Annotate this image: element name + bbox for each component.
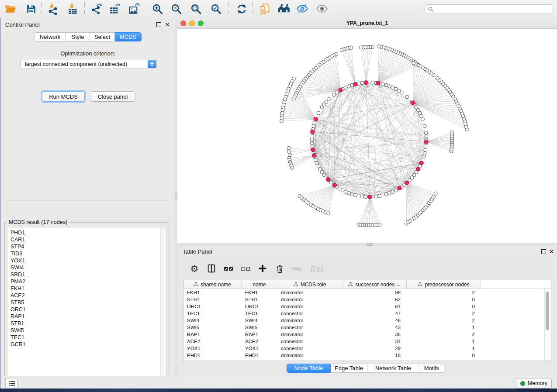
mcds-panel: Optimization criterion: largest connecte… xyxy=(3,42,172,201)
tab-style[interactable]: Style xyxy=(66,32,90,41)
search-input[interactable] xyxy=(436,6,550,13)
column-header-predecessor-nodes[interactable]: predecessor nodes xyxy=(407,280,481,289)
desktop-edge xyxy=(0,18,1,389)
tab-edge-table[interactable]: Edge Table xyxy=(331,364,367,373)
table-cell: connector xyxy=(277,325,343,330)
table-cell: YOX1 xyxy=(183,346,242,351)
table-row[interactable]: RAP1RAP1dominator352 xyxy=(183,331,551,338)
table-row[interactable]: PHD1PHD1dominator180 xyxy=(183,352,551,359)
hide-selected-button[interactable] xyxy=(294,1,310,16)
table-cell: 2 xyxy=(407,311,481,316)
select-all-icon xyxy=(223,263,234,274)
network-canvas[interactable] xyxy=(177,29,557,243)
close-panel-icon[interactable]: ✕ xyxy=(549,249,554,254)
list-item[interactable]: STP4 xyxy=(7,243,166,250)
refresh-view-button[interactable] xyxy=(234,1,249,16)
show-columns-button[interactable] xyxy=(204,261,218,275)
settings-gear-button[interactable]: ⚙ xyxy=(187,261,201,275)
tab-motifs[interactable]: Motifs xyxy=(419,364,444,373)
column-header-successor-nodes[interactable]: successor nodes ⌄ xyxy=(343,280,407,289)
list-scrollbar[interactable] xyxy=(160,227,166,380)
table-row[interactable]: YOX1YOX1connector291 xyxy=(183,345,551,352)
table-row[interactable]: SWI4SWI4dominator462 xyxy=(183,317,551,324)
clone-network-button[interactable] xyxy=(257,1,273,16)
import-network-button[interactable] xyxy=(45,1,60,16)
export-table-icon xyxy=(109,3,121,15)
column-header-shared-name[interactable]: shared name xyxy=(183,280,242,289)
run-mcds-button[interactable]: Run MCDS xyxy=(42,91,85,102)
table-row[interactable]: FKH1FKH1dominator962 xyxy=(183,289,551,296)
list-item[interactable]: RAP1 xyxy=(7,313,166,320)
list-item[interactable]: STB5 xyxy=(7,299,166,306)
list-item[interactable]: TID3 xyxy=(7,250,166,257)
list-item[interactable]: YOX1 xyxy=(7,257,166,264)
show-all-button[interactable] xyxy=(314,1,330,16)
list-item[interactable]: PMA2 xyxy=(7,278,166,285)
list-item[interactable]: TEC1 xyxy=(7,334,166,341)
export-network-icon xyxy=(90,3,102,15)
zoom-selected-button[interactable] xyxy=(208,1,224,16)
criterion-value: largest connected component (undirected) xyxy=(25,61,148,67)
list-item[interactable]: SRD1 xyxy=(7,271,166,278)
list-item[interactable]: CAR1 xyxy=(7,236,166,243)
list-item[interactable]: SWI5 xyxy=(7,327,166,334)
list-item[interactable]: GCR1 xyxy=(7,341,166,348)
table-cell: SWI4 xyxy=(242,318,277,323)
deselect-all-button[interactable] xyxy=(239,261,253,275)
close-panel-icon[interactable]: ✕ xyxy=(165,22,170,27)
tab-select[interactable]: Select xyxy=(90,32,115,41)
list-item[interactable]: PHD1 xyxy=(7,229,166,236)
delete-column-button[interactable] xyxy=(273,261,287,275)
tab-node-table[interactable]: Node Table xyxy=(287,364,331,373)
show-eye-icon xyxy=(316,3,328,15)
table-scrollbar[interactable] xyxy=(544,289,550,361)
control-panel-title: Control Panel xyxy=(5,21,40,28)
table-cell: dominator xyxy=(277,304,343,309)
table-row[interactable]: ORC1ORC1dominator610 xyxy=(183,303,551,310)
list-item[interactable]: SWI4 xyxy=(7,264,166,271)
shared-column-icon xyxy=(294,282,298,287)
table-row[interactable]: SWI5SWI5connector431 xyxy=(183,324,551,331)
export-image-button[interactable] xyxy=(126,1,142,16)
list-item[interactable]: ACE2 xyxy=(7,292,166,299)
close-panel-button[interactable]: Close panel xyxy=(90,91,135,102)
table-cell: 0 xyxy=(407,353,481,358)
open-file-button[interactable] xyxy=(2,1,18,16)
float-panel-icon[interactable] xyxy=(156,22,161,27)
network-titlebar[interactable]: YPA_prune.txt_1 xyxy=(177,18,557,29)
first-neighbors-button[interactable] xyxy=(276,1,292,16)
zoom-out-button[interactable] xyxy=(168,1,184,16)
table-cell: SWI4 xyxy=(183,318,242,323)
desktop-background xyxy=(0,389,557,392)
criterion-dropdown[interactable]: largest connected component (undirected) xyxy=(21,59,157,69)
tab-mcds[interactable]: MCDS xyxy=(115,32,142,41)
table-header: shared name name MCDS role successor nod… xyxy=(183,280,551,289)
scrollbar-thumb[interactable] xyxy=(546,292,549,330)
import-table-button[interactable] xyxy=(65,1,80,16)
control-panel: Control Panel ✕ Network Style Select MCD… xyxy=(1,18,175,376)
tab-network[interactable]: Network xyxy=(34,32,66,41)
shared-column-icon xyxy=(348,282,353,287)
export-table-button[interactable] xyxy=(107,1,122,16)
function-icon: f(x) xyxy=(310,264,323,273)
select-all-button[interactable] xyxy=(221,261,235,275)
search-field[interactable] xyxy=(425,4,553,14)
zoom-in-button[interactable] xyxy=(149,1,165,16)
tab-network-table[interactable]: Network Table xyxy=(367,364,419,373)
table-cell: dominator xyxy=(277,290,343,295)
list-item[interactable]: STB1 xyxy=(7,320,166,327)
column-header-mcds-role[interactable]: MCDS role xyxy=(277,280,343,289)
table-row[interactable]: STB1STB1dominator620 xyxy=(183,296,551,303)
zoom-fit-button[interactable] xyxy=(188,1,204,16)
list-item[interactable]: ORC1 xyxy=(7,306,166,313)
export-network-button[interactable] xyxy=(88,1,104,16)
table-row[interactable]: ACE2ACE2connector311 xyxy=(183,338,551,345)
add-column-button[interactable] xyxy=(256,261,270,275)
list-item[interactable]: FKH1 xyxy=(7,285,166,292)
save-session-button[interactable] xyxy=(23,1,39,16)
memory-button[interactable]: Memory xyxy=(516,378,552,389)
table-row[interactable]: TEC1TEC1connector472 xyxy=(183,310,551,317)
task-history-button[interactable] xyxy=(5,378,18,388)
column-header-name[interactable]: name xyxy=(242,280,277,289)
float-panel-icon[interactable] xyxy=(541,249,546,254)
